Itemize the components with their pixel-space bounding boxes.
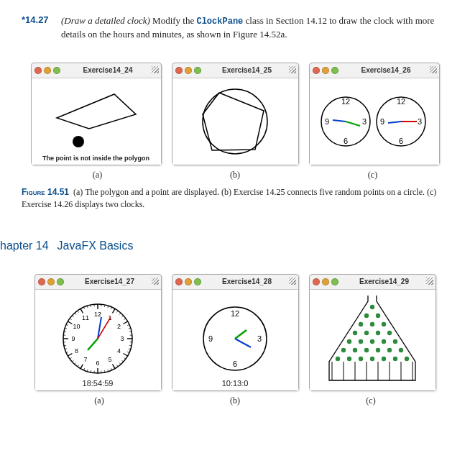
svg-line-55 [78, 365, 79, 366]
svg-line-56 [75, 362, 76, 364]
caption-c: (c) [308, 395, 434, 406]
caption-b: (b) [172, 170, 298, 180]
svg-line-28 [124, 318, 125, 319]
minimize-icon[interactable] [44, 67, 51, 74]
svg-line-91 [88, 339, 98, 350]
svg-text:9: 9 [208, 334, 213, 343]
svg-text:10: 10 [73, 323, 80, 330]
svg-text:3: 3 [120, 335, 124, 342]
simple-clock-canvas: 12 3 6 9 [181, 297, 289, 383]
svg-point-124 [359, 357, 363, 361]
exercise-body: (Draw a detailed clock) Modify the Clock… [61, 14, 448, 41]
svg-line-58 [70, 357, 71, 359]
svg-point-121 [399, 348, 403, 352]
svg-line-17 [388, 122, 401, 123]
window-ex14-25: Exercise14_25 [172, 63, 299, 165]
zoom-icon[interactable] [194, 67, 201, 74]
svg-point-126 [382, 357, 386, 361]
close-icon[interactable] [313, 278, 320, 285]
resize-icon[interactable] [430, 66, 437, 73]
bean-machine-canvas [315, 291, 430, 388]
window-ex14-27: Exercise14_27 121234567891011 18:54:59 [34, 274, 162, 391]
svg-point-116 [341, 348, 346, 352]
class-name: ClockPane [196, 17, 243, 27]
svg-point-106 [382, 322, 386, 326]
zoom-icon[interactable] [331, 278, 338, 285]
svg-text:3: 3 [257, 334, 262, 343]
resize-icon[interactable] [152, 278, 159, 285]
svg-point-105 [370, 322, 374, 326]
minimize-icon[interactable] [47, 278, 55, 285]
svg-text:12: 12 [397, 97, 405, 106]
resize-icon[interactable] [289, 66, 296, 73]
window-body [310, 289, 436, 390]
close-icon[interactable] [313, 67, 320, 74]
minimize-icon[interactable] [185, 67, 192, 74]
svg-line-42 [119, 362, 121, 364]
svg-point-107 [353, 331, 357, 335]
exercise-title-italic: (Draw a detailed clock) [61, 15, 150, 26]
window-body: 121234567891011 18:54:59 [35, 289, 161, 390]
resize-icon[interactable] [152, 66, 159, 73]
svg-point-108 [364, 331, 369, 335]
svg-text:6: 6 [399, 137, 403, 145]
exercise-number: *14.27 [22, 14, 61, 41]
svg-text:6: 6 [344, 137, 348, 145]
svg-text:6: 6 [233, 360, 237, 368]
resize-icon[interactable] [426, 278, 433, 285]
svg-point-128 [405, 357, 409, 361]
svg-text:4: 4 [117, 347, 121, 354]
close-icon[interactable] [34, 67, 42, 74]
window-body: 12 3 6 9 12 3 6 9 [310, 78, 439, 165]
svg-line-44 [113, 364, 116, 368]
window-ex14-28: Exercise14_28 12 3 6 9 10:13:0 [172, 274, 299, 391]
zoom-icon[interactable] [331, 67, 338, 74]
svg-text:2: 2 [117, 323, 121, 330]
minimize-icon[interactable] [322, 278, 329, 285]
svg-point-125 [370, 357, 374, 361]
window-body [172, 78, 298, 165]
svg-line-73 [78, 311, 79, 312]
chapter-number: hapter 14 [0, 239, 49, 252]
svg-line-41 [121, 360, 123, 362]
svg-line-9 [346, 122, 360, 126]
caption-c: (c) [308, 170, 438, 180]
svg-point-120 [387, 348, 392, 352]
svg-text:12: 12 [231, 309, 239, 318]
svg-marker-0 [57, 94, 136, 129]
close-icon[interactable] [38, 278, 45, 285]
close-icon[interactable] [175, 278, 183, 285]
svg-point-118 [364, 348, 369, 352]
minimize-icon[interactable] [322, 67, 329, 74]
zoom-icon[interactable] [194, 278, 201, 285]
svg-point-112 [359, 339, 363, 344]
close-icon[interactable] [175, 67, 183, 74]
svg-line-25 [116, 311, 118, 312]
svg-text:3: 3 [362, 117, 367, 126]
svg-point-119 [376, 348, 380, 352]
minimize-icon[interactable] [185, 278, 192, 285]
svg-line-70 [70, 318, 71, 319]
svg-line-59 [68, 353, 72, 356]
svg-point-114 [382, 339, 386, 344]
svg-point-104 [359, 322, 363, 326]
titlebar: Exercise14_28 [172, 275, 298, 289]
polygon-canvas [39, 86, 154, 157]
svg-text:9: 9 [380, 117, 384, 126]
window-body: The point is not inside the polygon [32, 78, 161, 165]
svg-line-99 [235, 330, 246, 339]
zoom-icon[interactable] [57, 278, 64, 285]
svg-line-72 [75, 313, 76, 314]
figure-14-52-captions: (a) (b) (c) [22, 395, 448, 406]
window-ex14-29: Exercise14_29 [309, 274, 436, 391]
svg-point-109 [376, 331, 380, 335]
exercise-14-27: *14.27 (Draw a detailed clock) Modify th… [22, 14, 448, 41]
zoom-icon[interactable] [53, 67, 60, 74]
detailed-clock-canvas: 121234567891011 [44, 297, 152, 383]
window-title: Exercise14_29 [341, 278, 433, 285]
svg-text:11: 11 [82, 313, 89, 321]
window-title: Exercise14_25 [203, 66, 295, 74]
resize-icon[interactable] [289, 278, 296, 285]
svg-text:6: 6 [96, 360, 99, 367]
svg-line-71 [72, 315, 73, 316]
